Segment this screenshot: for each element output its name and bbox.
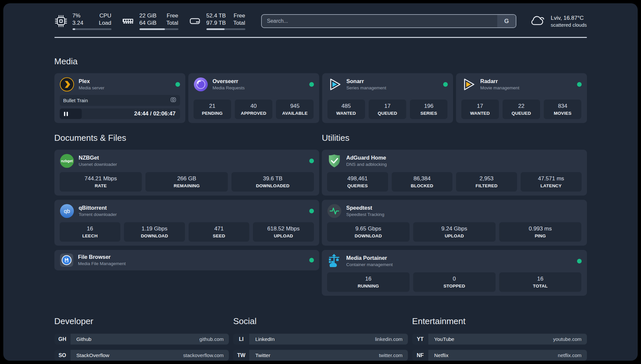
status-dot [577,259,582,263]
stat-download: 1.19 Gbps DOWNLOAD [124,222,185,242]
qbittorrent-logo-icon: qb [60,204,74,218]
cpu-usage-value: 7% [73,12,83,19]
memory-free-value: 22 GiB [139,12,157,19]
status-dot [309,159,314,163]
search-input[interactable] [262,15,516,27]
card-filebrowser[interactable]: File Browser Media File Management [54,250,320,270]
stat-wanted: 485 WANTED [327,100,365,119]
sonarr-logo-icon [327,77,342,92]
link-bar: Github github.com [71,334,229,345]
card-speedtest[interactable]: Speedtest Speedtest Tracking 9.65 Gbps D… [322,200,587,246]
player-time: 24:44 / 02:06:47 [134,110,180,117]
stat-pending: 21 PENDING [194,100,231,119]
cpu-chip-icon [54,15,68,28]
top-bar: 7% 3.24 CPU Load [54,12,587,30]
service-name: qBittorrent [79,204,117,211]
link-bar: LinkedIn linkedin.com [249,334,408,345]
service-description: Media server [79,85,105,91]
filebrowser-logo-icon [60,253,74,267]
service-description: Usenet downloader [79,162,117,167]
search-engine-button[interactable]: G [497,15,516,27]
stat-blocked: 86,384 BLOCKED [392,172,453,192]
link-twitter[interactable]: TW Twitter twitter.com [233,350,408,361]
card-radarr[interactable]: Radarr Movie management 17 WANTED 22 QUE… [456,73,587,123]
service-description: Torrent downloader [79,212,117,218]
section-title-social: Social [233,316,408,326]
stat-queued: 22 QUEUED [503,100,540,119]
disk-progress-fill [206,28,225,30]
stat-latency: 47.571 ms LATENCY [521,172,582,192]
portainer-logo-icon [327,254,342,268]
status-dot [309,258,314,262]
card-plex[interactable]: Plex Media server Bullet Train 24:44 / 0… [54,73,185,123]
link-youtube[interactable]: YT YouTube youtube.com [412,334,587,345]
memory-widget: 22 GiB 64 GiB Free Total [121,12,178,30]
link-bar: Netflix netflix.com [428,350,587,361]
player-progress-bar: 24:44 / 02:06:47 [60,108,180,119]
service-name: Sonarr [347,78,386,85]
service-name: NZBGet [79,154,117,161]
status-dot [175,82,180,87]
card-overseerr[interactable]: Overseerr Media Requests 21 PENDING 40 A… [188,73,319,123]
service-name: Media Portainer [346,255,393,261]
stat-queries: 498,461 QUERIES [327,172,388,192]
link-netflix[interactable]: NF Netflix netflix.com [412,350,587,361]
memory-progress-track [139,28,178,30]
entertainment-section: Entertainment YT YouTube youtube.com NF … [412,316,587,361]
link-bar: StackOverflow stackoverflow.com [71,350,229,361]
stat-downloaded: 39.6 TB DOWNLOADED [231,172,314,192]
card-qbittorrent[interactable]: qb qBittorrent Torrent downloader 16 LEE… [54,200,320,246]
link-linkedin[interactable]: LI LinkedIn linkedin.com [233,334,408,345]
card-nzbget[interactable]: nzbget NZBGet Usenet downloader 744.21 M… [54,150,320,196]
status-dot [577,82,582,87]
developer-section: Developer GH Github github.com SO StackO… [54,316,229,361]
cpu-progress-track [73,28,111,30]
hard-drive-icon [188,15,201,28]
link-abbr-badge: YT [412,334,428,345]
now-playing-row: Bullet Train [60,95,180,106]
memory-total-label: Total [167,19,178,27]
adguard-logo-icon [327,154,342,168]
section-title-entertainment: Entertainment [412,316,587,326]
stat-wanted: 17 WANTED [461,100,499,119]
stat-stopped: 0 STOPPED [413,272,496,292]
link-abbr-badge: NF [412,350,428,361]
documents-column: Documents & Files nzbget NZBGet U [54,133,320,296]
stat-total: 16 TOTAL [499,272,582,292]
stat-running: 16 RUNNING [327,272,410,292]
disk-widget: 52.4 TB 97.9 TB Free Total [188,12,245,30]
topbar-divider [54,37,587,38]
disk-progress-track [206,28,245,30]
card-portainer[interactable]: Media Portainer Container management 16 … [322,250,587,296]
ram-icon [121,15,135,28]
disk-total-label: Total [233,19,245,27]
cpu-widget: 7% 3.24 CPU Load [54,12,111,30]
card-adguard[interactable]: AdGuard Home DNS and adblocking 498,461 … [322,150,587,196]
disk-total-value: 97.9 TB [206,19,226,27]
cpu-progress-fill [73,28,75,30]
stat-approved: 40 APPROVED [235,100,272,119]
memory-free-label: Free [167,12,178,19]
memory-progress-fill [139,28,165,30]
search-bar: G [261,14,517,28]
stat-upload: 618.52 Mbps UPLOAD [253,222,314,242]
social-section: Social LI LinkedIn linkedin.com TW Twitt… [233,316,408,361]
stat-filtered: 2,953 FILTERED [456,172,517,192]
stat-queued: 17 QUEUED [369,100,406,119]
service-description: Container management [346,262,393,268]
link-github[interactable]: GH Github github.com [54,334,229,345]
link-bar: YouTube youtube.com [428,334,587,345]
player-progress-fill [60,108,82,119]
section-title-media: Media [54,56,587,67]
cpu-load-value: 3.24 [73,19,83,27]
service-description: Movie management [480,85,520,91]
memory-total-value: 64 GiB [139,19,157,27]
link-stackoverflow[interactable]: SO StackOverflow stackoverflow.com [54,350,229,361]
media-grid: Plex Media server Bullet Train 24:44 / 0… [54,73,587,123]
pause-button[interactable] [64,112,68,116]
stat-rate: 744.21 Mbps RATE [60,172,142,192]
stat-download: 9.65 Gbps DOWNLOAD [327,222,410,242]
section-title-developer: Developer [54,316,229,326]
svg-text:qb: qb [64,208,70,214]
card-sonarr[interactable]: Sonarr Series management 485 WANTED 17 Q… [322,73,453,123]
